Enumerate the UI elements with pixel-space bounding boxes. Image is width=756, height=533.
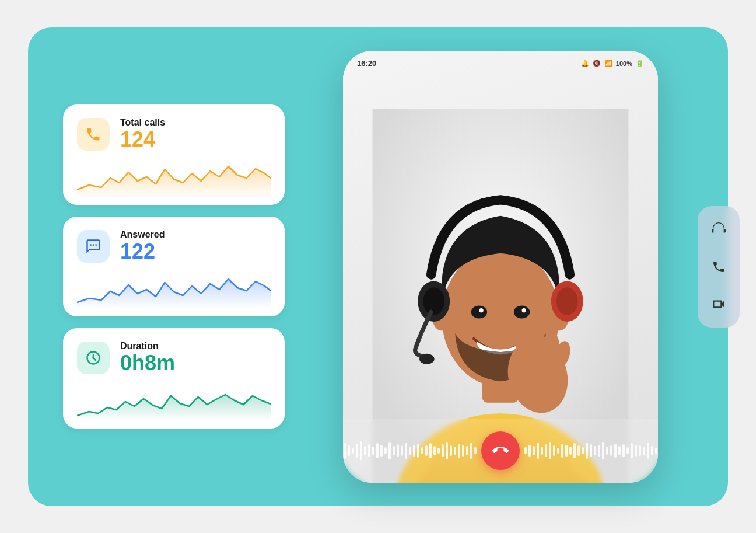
phone-status-bar: 16:20 🔔 🔇 📶 100% 🔋 xyxy=(343,51,658,72)
svg-point-12 xyxy=(514,305,530,318)
answered-card: Answered 122 xyxy=(63,217,285,317)
duration-label: Duration xyxy=(120,341,175,351)
right-panel: 16:20 🔔 🔇 📶 100% 🔋 xyxy=(308,51,693,483)
svg-point-19 xyxy=(419,353,435,364)
end-call-button[interactable] xyxy=(481,431,520,470)
svg-point-0 xyxy=(90,244,92,246)
phone-time: 16:20 xyxy=(357,59,376,68)
battery-label: 100% xyxy=(616,60,632,67)
total-calls-chart xyxy=(77,161,271,196)
answered-icon xyxy=(77,230,110,263)
svg-point-11 xyxy=(471,305,487,318)
duration-header: Duration 0h8m xyxy=(77,341,271,375)
answered-value: 122 xyxy=(120,240,164,263)
video-action-button[interactable] xyxy=(704,289,734,319)
answered-chart xyxy=(77,272,271,307)
svg-point-18 xyxy=(556,287,578,315)
svg-point-14 xyxy=(522,308,526,312)
total-calls-value: 124 xyxy=(120,128,165,151)
answered-header: Answered 122 xyxy=(77,229,271,263)
svg-point-2 xyxy=(95,244,97,246)
mute-icon: 🔇 xyxy=(593,60,601,67)
duration-text: Duration 0h8m xyxy=(120,341,175,375)
duration-value: 0h8m xyxy=(120,351,175,375)
svg-point-16 xyxy=(423,287,444,315)
duration-chart xyxy=(77,384,271,419)
answered-label: Answered xyxy=(120,229,164,240)
call-bar xyxy=(343,419,658,483)
person-photo xyxy=(343,51,658,483)
duration-card: Duration 0h8m xyxy=(63,328,285,429)
left-waveform xyxy=(343,441,477,460)
total-calls-text: Total calls 124 xyxy=(120,117,165,151)
phone-mockup: 16:20 🔔 🔇 📶 100% 🔋 xyxy=(343,51,658,483)
duration-icon xyxy=(77,342,110,374)
wifi-icon: 📶 xyxy=(604,60,612,67)
total-calls-header: Total calls 124 xyxy=(77,117,271,151)
svg-point-13 xyxy=(479,308,483,312)
main-container: Total calls 124 xyxy=(28,27,728,506)
side-actions-panel xyxy=(698,206,740,328)
right-waveform xyxy=(524,442,658,459)
headset-action-button[interactable] xyxy=(704,214,734,245)
total-calls-card: Total calls 124 xyxy=(63,104,285,205)
phone-action-button[interactable] xyxy=(704,252,734,282)
svg-point-4 xyxy=(92,357,94,359)
left-panel: Total calls 124 xyxy=(63,104,285,429)
svg-point-1 xyxy=(93,244,94,246)
battery-icon: 🔋 xyxy=(636,60,644,67)
answered-text: Answered 122 xyxy=(120,229,164,263)
total-calls-icon xyxy=(77,118,110,151)
total-calls-label: Total calls xyxy=(120,117,165,128)
alarm-icon: 🔔 xyxy=(581,60,589,67)
phone-status-icons: 🔔 🔇 📶 100% 🔋 xyxy=(581,60,644,67)
